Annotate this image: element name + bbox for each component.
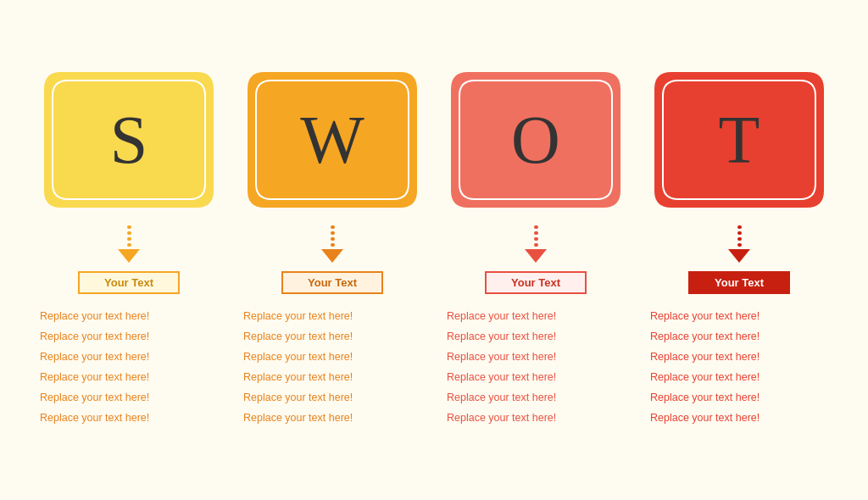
list-item: Replace your text here! bbox=[243, 408, 430, 428]
swot-column-s: S Your Text Replace your text here! Repl… bbox=[31, 72, 226, 428]
leaf-t: T bbox=[654, 72, 824, 208]
leaf-w: W bbox=[248, 72, 417, 208]
list-item: Replace your text here! bbox=[447, 367, 633, 387]
list-item: Replace your text here! bbox=[243, 387, 430, 408]
text-items-s: Replace your text here! Replace your tex… bbox=[31, 306, 226, 428]
leaf-s: S bbox=[44, 72, 214, 208]
arrow-line-4 bbox=[127, 243, 131, 247]
arrow-line-3 bbox=[331, 237, 335, 241]
label-s[interactable]: Your Text bbox=[78, 271, 180, 294]
list-item: Replace your text here! bbox=[447, 347, 633, 367]
list-item: Replace your text here! bbox=[650, 347, 837, 367]
list-item: Replace your text here! bbox=[40, 326, 226, 347]
letter-s: S bbox=[110, 102, 148, 179]
list-item: Replace your text here! bbox=[40, 367, 226, 387]
swot-column-t: T Your Text Replace your text here! Repl… bbox=[642, 72, 837, 428]
list-item: Replace your text here! bbox=[650, 306, 837, 326]
arrow-line-1 bbox=[331, 225, 335, 229]
arrow-line-2 bbox=[534, 231, 538, 235]
text-items-t: Replace your text here! Replace your tex… bbox=[642, 306, 837, 428]
swot-column-o: O Your Text Replace your text here! Repl… bbox=[438, 72, 633, 428]
list-item: Replace your text here! bbox=[650, 408, 837, 428]
text-items-w: Replace your text here! Replace your tex… bbox=[235, 306, 430, 428]
text-items-o: Replace your text here! Replace your tex… bbox=[438, 306, 633, 428]
arrow-line-3 bbox=[737, 237, 742, 241]
arrow-w bbox=[321, 216, 343, 263]
label-o[interactable]: Your Text bbox=[485, 271, 587, 294]
list-item: Replace your text here! bbox=[40, 408, 226, 428]
list-item: Replace your text here! bbox=[447, 326, 633, 347]
letter-w: W bbox=[300, 102, 364, 179]
list-item: Replace your text here! bbox=[650, 387, 837, 408]
arrow-line-1 bbox=[534, 225, 538, 229]
label-w[interactable]: Your Text bbox=[281, 271, 383, 294]
list-item: Replace your text here! bbox=[243, 347, 430, 367]
list-item: Replace your text here! bbox=[650, 326, 837, 347]
arrow-line-3 bbox=[534, 237, 538, 241]
arrow-line-2 bbox=[127, 231, 131, 235]
list-item: Replace your text here! bbox=[40, 306, 226, 326]
leaf-o: O bbox=[451, 72, 620, 208]
letter-t: T bbox=[719, 102, 760, 179]
arrow-head-t bbox=[728, 249, 750, 263]
list-item: Replace your text here! bbox=[447, 306, 633, 326]
arrow-line-4 bbox=[331, 243, 335, 247]
letter-o: O bbox=[511, 102, 560, 179]
label-t[interactable]: Your Text bbox=[688, 271, 790, 294]
swot-column-w: W Your Text Replace your text here! Repl… bbox=[235, 72, 430, 428]
list-item: Replace your text here! bbox=[447, 387, 633, 408]
arrow-line-1 bbox=[737, 225, 742, 229]
arrow-s bbox=[118, 216, 140, 263]
arrow-lines-o bbox=[534, 225, 538, 247]
arrow-o bbox=[525, 216, 547, 263]
arrow-t bbox=[728, 216, 750, 263]
arrow-lines-t bbox=[737, 225, 742, 247]
arrow-line-4 bbox=[737, 243, 742, 247]
arrow-line-2 bbox=[331, 231, 335, 235]
arrow-line-3 bbox=[127, 237, 131, 241]
swot-container: S Your Text Replace your text here! Repl… bbox=[0, 55, 868, 445]
list-item: Replace your text here! bbox=[650, 367, 837, 387]
list-item: Replace your text here! bbox=[447, 408, 633, 428]
list-item: Replace your text here! bbox=[40, 347, 226, 367]
list-item: Replace your text here! bbox=[243, 367, 430, 387]
arrow-line-4 bbox=[534, 243, 538, 247]
arrow-head-w bbox=[321, 249, 343, 263]
list-item: Replace your text here! bbox=[243, 306, 430, 326]
arrow-lines-w bbox=[331, 225, 335, 247]
arrow-head-o bbox=[525, 249, 547, 263]
list-item: Replace your text here! bbox=[243, 326, 430, 347]
arrow-lines-s bbox=[127, 225, 131, 247]
arrow-line-2 bbox=[737, 231, 742, 235]
arrow-line-1 bbox=[127, 225, 131, 229]
list-item: Replace your text here! bbox=[40, 387, 226, 408]
arrow-head-s bbox=[118, 249, 140, 263]
